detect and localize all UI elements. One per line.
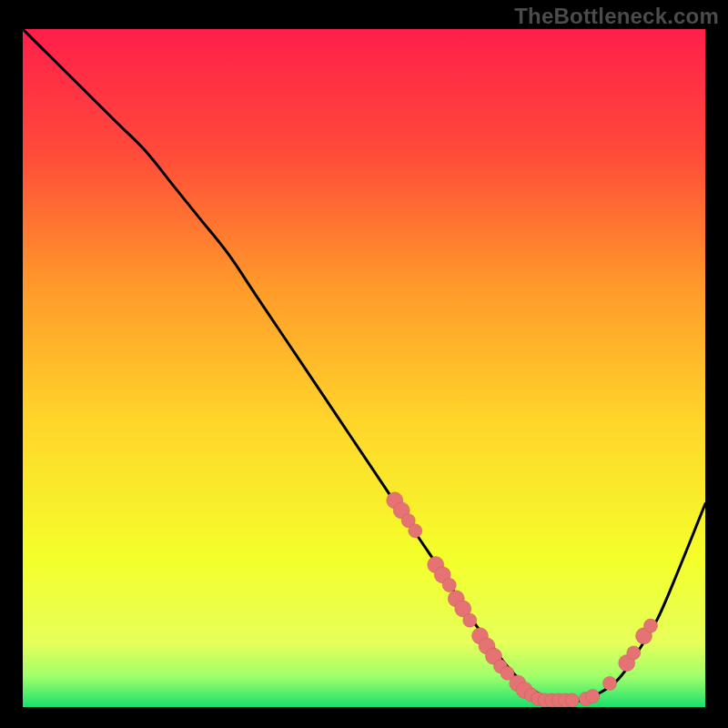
watermark-text: TheBottleneck.com [514, 4, 719, 29]
bottleneck-chart [23, 29, 705, 707]
curve-marker [644, 619, 658, 632]
curve-marker [603, 676, 617, 690]
curve-marker [442, 578, 456, 592]
curve-marker [463, 613, 477, 627]
chart-stage: TheBottleneck.com [0, 0, 728, 728]
curve-marker [627, 646, 641, 660]
curve-marker [586, 690, 600, 703]
chart-plot-area [23, 29, 705, 707]
curve-marker [565, 693, 579, 707]
curve-marker [409, 524, 422, 538]
